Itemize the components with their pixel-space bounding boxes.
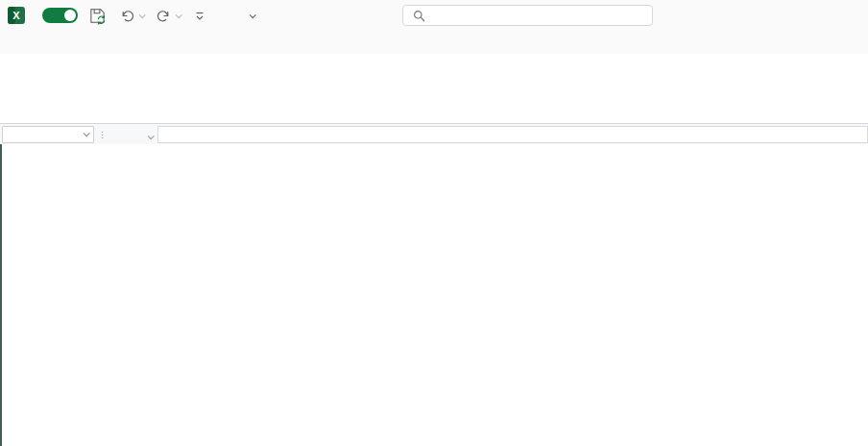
search-box[interactable] xyxy=(402,5,653,26)
window-left-edge xyxy=(0,144,2,446)
ribbon xyxy=(0,54,868,124)
name-box[interactable] xyxy=(2,126,94,143)
svg-text:X: X xyxy=(12,10,20,21)
toggle-knob xyxy=(64,10,76,21)
spreadsheet xyxy=(0,144,868,446)
fx-chevron-icon[interactable] xyxy=(148,126,153,143)
document-title[interactable] xyxy=(230,13,254,18)
search-input[interactable] xyxy=(432,10,634,21)
undo-dropdown-chevron-icon[interactable] xyxy=(139,12,146,18)
search-icon xyxy=(413,10,425,22)
titlebar: X xyxy=(0,0,868,31)
undo-icon[interactable] xyxy=(116,5,137,26)
redo-icon[interactable] xyxy=(153,5,174,26)
formula-input[interactable] xyxy=(157,126,868,143)
redo-dropdown-chevron-icon[interactable] xyxy=(176,12,182,18)
menubar xyxy=(0,31,868,54)
formula-bar: ⋮ xyxy=(0,124,868,144)
title-dropdown-chevron-icon xyxy=(250,12,256,18)
save-icon[interactable] xyxy=(86,5,108,26)
quick-access-toolbar-icon[interactable] xyxy=(189,5,210,26)
excel-logo-icon: X xyxy=(8,7,25,24)
name-box-chevron-icon xyxy=(84,130,90,136)
excel-window: X xyxy=(0,0,868,446)
formula-bar-divider: ⋮ xyxy=(98,130,107,139)
autosave-toggle[interactable] xyxy=(42,8,78,23)
